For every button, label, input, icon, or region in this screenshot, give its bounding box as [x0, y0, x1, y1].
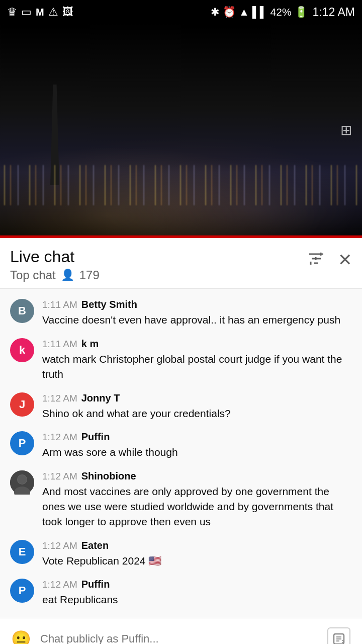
time-display: 1:12 AM	[313, 6, 355, 19]
chat-message-item: 1:12 AM Shinobione And most vaccines are…	[0, 465, 362, 535]
battery-icon: 🔋	[295, 6, 308, 18]
live-chat-title: Live chat	[10, 247, 100, 266]
message-time: 1:12 AM	[42, 471, 77, 482]
chat-header-left: Live chat Top chat 👤 179	[10, 247, 100, 282]
image-icon: 🖼	[62, 6, 73, 19]
video-player[interactable]: ⊞	[0, 24, 362, 235]
message-time: 1:12 AM	[42, 432, 77, 443]
message-text: Arm was sore a while though	[42, 446, 178, 458]
avatar: P	[10, 431, 34, 455]
crown-icon: ♛	[7, 6, 17, 19]
viewer-icon: 👤	[61, 269, 74, 282]
message-content: 1:12 AM Shinobione And most vaccines are…	[42, 470, 352, 530]
message-text: Shino ok and what are your credentials?	[42, 408, 231, 419]
message-meta: 1:11 AM Betty Smith	[42, 299, 352, 310]
city-lights-overlay	[0, 165, 362, 205]
filter-icon[interactable]	[307, 249, 326, 270]
chat-header-right: ✕	[307, 249, 352, 270]
message-meta: 1:12 AM Shinobione	[42, 470, 352, 482]
message-meta: 1:12 AM Puffin	[42, 431, 352, 443]
message-text: And most vaccines are only approved by o…	[42, 486, 333, 528]
avatar: k	[10, 338, 34, 362]
chat-message-item: P 1:12 AM Puffin Arm was sore a while th…	[0, 426, 362, 465]
svg-point-9	[18, 475, 27, 484]
message-content: 1:12 AM Eaten Vote Republican 2024 🇺🇸	[42, 540, 352, 569]
chat-mode-label[interactable]: Top chat	[10, 268, 56, 282]
message-author: Eaten	[81, 540, 109, 551]
message-author: k m	[81, 338, 99, 350]
signal-icon: ▌▌	[252, 6, 267, 18]
bluetooth-icon: ✱	[211, 6, 220, 18]
status-icons-right: ✱ ⏰ ▲ ▌▌ 42% 🔋 1:12 AM	[211, 6, 355, 19]
message-content: 1:11 AM Betty Smith Vaccine doesn't even…	[42, 299, 352, 328]
avatar: E	[10, 540, 34, 564]
message-text: Vaccine doesn't even have approval.. it …	[42, 314, 340, 326]
message-author: Betty Smith	[81, 299, 137, 310]
message-text: eat Republicans	[42, 594, 118, 605]
close-chat-button[interactable]: ✕	[338, 250, 352, 270]
avatar	[10, 470, 34, 495]
status-bar: ♛ ▭ M ⚠ 🖼 ✱ ⏰ ▲ ▌▌ 42% 🔋 1:12 AM	[0, 0, 362, 24]
message-text: Vote Republican 2024 🇺🇸	[42, 555, 161, 567]
avatar: P	[10, 579, 34, 603]
message-time: 1:11 AM	[42, 299, 77, 310]
chat-message-item: J 1:12 AM Jonny T Shino ok and what are …	[0, 387, 362, 426]
m-icon: M	[36, 7, 44, 18]
chat-input[interactable]	[40, 626, 318, 644]
emoji-button[interactable]: 😐	[8, 626, 34, 644]
wifi-icon: ▲	[239, 6, 249, 18]
chat-messages-list: B 1:11 AM Betty Smith Vaccine doesn't ev…	[0, 289, 362, 617]
message-content: 1:12 AM Puffin eat Republicans	[42, 579, 352, 607]
message-time: 1:12 AM	[42, 579, 77, 590]
message-author: Puffin	[81, 579, 110, 590]
video-settings-icon[interactable]: ⊞	[340, 122, 352, 138]
message-meta: 1:12 AM Jonny T	[42, 392, 352, 404]
chat-message-item: E 1:12 AM Eaten Vote Republican 2024 🇺🇸	[0, 535, 362, 574]
message-author: Shinobione	[81, 470, 136, 482]
viewer-count: 179	[79, 268, 100, 282]
message-content: 1:11 AM k m watch mark Christopher globa…	[42, 338, 352, 382]
chat-message-item: k 1:11 AM k m watch mark Christopher glo…	[0, 333, 362, 387]
chat-input-bar: 😐	[0, 618, 362, 644]
chat-header: Live chat Top chat 👤 179 ✕	[0, 238, 362, 289]
message-meta: 1:12 AM Puffin	[42, 579, 352, 590]
message-meta: 1:11 AM k m	[42, 338, 352, 350]
warning-icon: ⚠	[48, 6, 58, 19]
message-time: 1:11 AM	[42, 339, 77, 350]
chat-message-item: P 1:12 AM Puffin eat Republicans	[0, 574, 362, 612]
folder-icon: ▭	[21, 6, 32, 19]
alarm-icon: ⏰	[223, 6, 236, 18]
avatar: B	[10, 299, 34, 323]
send-button[interactable]	[324, 626, 354, 644]
message-author: Jonny T	[81, 392, 120, 404]
message-time: 1:12 AM	[42, 393, 77, 404]
message-content: 1:12 AM Puffin Arm was sore a while thou…	[42, 431, 352, 460]
message-content: 1:12 AM Jonny T Shino ok and what are yo…	[42, 392, 352, 421]
chat-subtitle: Top chat 👤 179	[10, 268, 100, 282]
message-meta: 1:12 AM Eaten	[42, 540, 352, 551]
message-time: 1:12 AM	[42, 540, 77, 551]
avatar: J	[10, 392, 34, 417]
message-text: watch mark Christopher global postal cou…	[42, 353, 342, 380]
status-icons-left: ♛ ▭ M ⚠ 🖼	[7, 6, 73, 19]
chat-message-item: B 1:11 AM Betty Smith Vaccine doesn't ev…	[0, 294, 362, 333]
send-icon	[327, 627, 350, 644]
message-author: Puffin	[81, 431, 110, 443]
battery-percent: 42%	[270, 6, 292, 18]
